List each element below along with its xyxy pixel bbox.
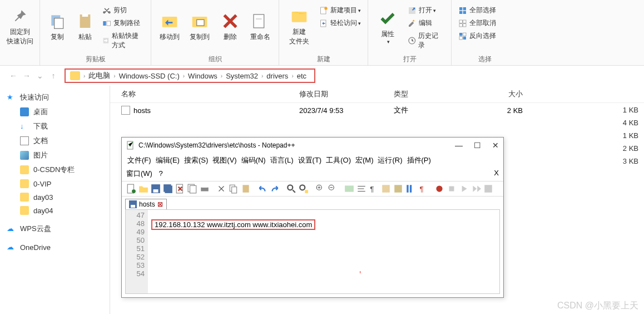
sidebar-item-desktop[interactable]: 桌面 [0, 105, 110, 119]
close-all-icon[interactable] [187, 184, 197, 194]
menu-window[interactable]: 窗口(W) [126, 169, 152, 178]
pin-button[interactable]: 固定到 快速访问 [4, 2, 35, 51]
playback-icon[interactable] [471, 184, 481, 194]
open-file-icon[interactable] [138, 184, 148, 194]
close-button[interactable]: ✕ [492, 141, 499, 150]
npp-titlebar[interactable]: C:\Windows\System32\drivers\etc\hosts - … [122, 138, 503, 153]
new-folder-button[interactable]: 新建 文件夹 [284, 2, 315, 51]
save-macro-icon[interactable] [483, 184, 493, 194]
properties-button[interactable]: 属性 [373, 2, 403, 51]
sidebar-item-csdn[interactable]: 0-CSDN专栏 [0, 163, 110, 177]
show-chars-icon[interactable]: ¶ [369, 184, 379, 194]
header-name[interactable]: 名称 [121, 89, 299, 99]
select-all-button[interactable]: 全部选择 [456, 4, 498, 16]
npp-code[interactable]: 192.168.10.132 www.itztj.com www.itxiaoh… [148, 210, 499, 293]
doc-map-icon[interactable] [405, 184, 415, 194]
minimize-button[interactable]: — [455, 141, 463, 150]
undo-icon[interactable] [257, 184, 267, 194]
desktop-icon [20, 107, 29, 116]
crumb-windows[interactable]: Windows [185, 72, 221, 80]
sidebar-item-quick-access[interactable]: ★快速访问 [0, 90, 110, 105]
sidebar-item-pictures[interactable]: 图片 [0, 148, 110, 163]
menu-search[interactable]: 搜索(S) [183, 155, 209, 165]
paste-button[interactable]: 粘贴 [72, 2, 98, 51]
crumb-c[interactable]: Windows-SSD (C:) [116, 72, 183, 80]
select-none-button[interactable]: 全部取消 [456, 17, 498, 29]
wrap-icon[interactable] [356, 184, 366, 194]
edit-button[interactable]: 编辑 [405, 17, 447, 29]
forward-button[interactable]: → [20, 69, 33, 82]
recent-button[interactable]: ⌄ [33, 69, 47, 82]
npp-editor[interactable]: 47 48 49 50 51 52 53 54 192.168.10.132 w… [125, 209, 500, 294]
sidebar-item-wps[interactable]: ☁WPS云盘 [0, 222, 110, 236]
tab-close-icon[interactable]: ⊠ [157, 200, 163, 208]
close-file-icon[interactable] [175, 184, 185, 194]
zoom-in-icon[interactable] [315, 184, 325, 194]
play-icon[interactable] [459, 184, 469, 194]
folder-icon [20, 165, 29, 174]
copy-to-button[interactable]: 复制到 [186, 2, 214, 51]
save-all-icon[interactable] [163, 184, 173, 194]
copy-icon[interactable] [229, 184, 239, 194]
menu-help[interactable]: ? [159, 169, 163, 178]
copy-button[interactable]: 复制 [44, 2, 70, 51]
header-date[interactable]: 修改日期 [299, 89, 394, 99]
crumb-system32[interactable]: System32 [222, 72, 261, 80]
stop-icon[interactable] [447, 184, 457, 194]
find-icon[interactable] [286, 184, 296, 194]
crumb-drivers[interactable]: drivers [263, 72, 291, 80]
menu-view[interactable]: 视图(V) [211, 155, 237, 165]
menu-run[interactable]: 运行(R) [377, 155, 403, 165]
sidebar-item-day03[interactable]: day03 [0, 190, 110, 204]
header-size[interactable]: 大小 [478, 89, 523, 99]
record-icon[interactable] [434, 184, 444, 194]
redo-icon[interactable] [270, 184, 280, 194]
invert-selection-button[interactable]: 反向选择 [456, 30, 498, 42]
crumb-etc[interactable]: etc [294, 72, 310, 80]
menu-encoding[interactable]: 编码(N) [240, 155, 267, 165]
npp-tab-hosts[interactable]: hosts ⊠ [125, 199, 167, 209]
paste-icon[interactable] [241, 184, 251, 194]
zoom-out-icon[interactable] [328, 184, 338, 194]
svg-rect-7 [162, 17, 177, 27]
sidebar-item-day04[interactable]: day04 [0, 204, 110, 217]
paste-shortcut-button[interactable]: 粘贴快捷方式 [100, 30, 146, 51]
header-type[interactable]: 类型 [394, 89, 478, 99]
menu-file[interactable]: 文件(F) [126, 155, 152, 165]
menu-settings[interactable]: 设置(T) [297, 155, 323, 165]
folder-view-icon[interactable] [393, 184, 403, 194]
delete-button[interactable]: 删除 [216, 2, 244, 51]
copy-icon [48, 12, 66, 30]
up-button[interactable]: ↑ [47, 69, 60, 82]
sync-icon[interactable] [344, 184, 354, 194]
history-button[interactable]: 历史记录 [405, 30, 447, 51]
replace-icon[interactable] [299, 184, 309, 194]
menu-language[interactable]: 语言(L) [269, 155, 295, 165]
cut-button[interactable]: 剪切 [100, 4, 146, 16]
menu-close-x[interactable]: X [494, 169, 499, 179]
file-row[interactable]: hosts 2023/7/4 9:53 文件 2 KB [110, 103, 644, 117]
open-button[interactable]: 打开 [405, 4, 447, 16]
print-icon[interactable] [200, 184, 210, 194]
cut-icon[interactable] [216, 184, 226, 194]
rename-button[interactable]: 重命名 [246, 2, 274, 51]
menu-plugins[interactable]: 插件(P) [406, 155, 432, 165]
menu-macro[interactable]: 宏(M) [354, 155, 375, 165]
sidebar-item-onedrive[interactable]: ☁OneDrive [0, 241, 110, 254]
crumb-pc[interactable]: 此电脑 [85, 71, 113, 81]
sidebar-item-downloads[interactable]: ↓下载 [0, 119, 110, 134]
func-list-icon[interactable]: ¶ [418, 184, 428, 194]
easy-access-button[interactable]: 轻松访问 [317, 17, 363, 29]
move-to-button[interactable]: 移动到 [156, 2, 184, 51]
menu-tools[interactable]: 工具(O) [325, 155, 352, 165]
back-button[interactable]: ← [7, 69, 20, 82]
maximize-button[interactable]: ☐ [474, 141, 481, 150]
indent-icon[interactable] [381, 184, 391, 194]
sidebar-item-documents[interactable]: 文档 [0, 134, 110, 148]
sidebar-item-vip[interactable]: 0-VIP [0, 177, 110, 190]
new-file-icon[interactable] [126, 184, 136, 194]
menu-edit[interactable]: 编辑(E) [155, 155, 181, 165]
save-icon[interactable] [151, 184, 161, 194]
copy-path-button[interactable]: 复制路径 [100, 17, 146, 29]
new-item-button[interactable]: 新建项目 [317, 4, 363, 16]
